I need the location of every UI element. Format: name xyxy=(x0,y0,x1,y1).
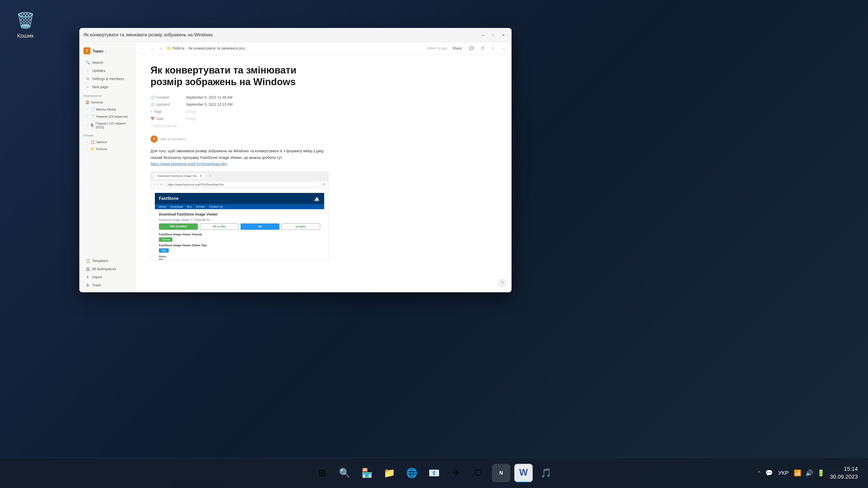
date-display: 30.09.2023 xyxy=(830,473,858,481)
faststone-nav-download[interactable]: Download xyxy=(170,205,183,208)
faststone-nav-home[interactable]: Home xyxy=(159,205,166,208)
language-indicator[interactable]: УКР xyxy=(778,470,788,476)
spotify-taskbar-button[interactable]: 🎵 xyxy=(537,464,555,482)
sidebar-item-zapysy[interactable]: › 📋 Записи xyxy=(81,138,133,145)
files-taskbar-button[interactable]: 📁 xyxy=(380,464,398,482)
comment-avatar: Т xyxy=(151,135,158,142)
battery-icon[interactable]: 🔋 xyxy=(817,469,825,477)
taskbar-time[interactable]: 15:14 30.09.2023 xyxy=(830,465,858,481)
add-property[interactable]: + Add a property xyxy=(151,122,496,129)
sidebar-item-podcast[interactable]: › 🎙️ Подкаст (15 червня 2023) xyxy=(81,120,133,130)
sidebar-item-all-teamspaces[interactable]: 🏢 All teamspaces xyxy=(81,265,133,273)
download-exe-btn[interactable]: EXE (Installer) xyxy=(159,223,198,230)
desktop-icon-label: Кошик xyxy=(17,33,34,39)
sidebar-item-general[interactable]: 🏠 General xyxy=(81,99,133,105)
maximize-button[interactable]: □ xyxy=(489,31,497,39)
nav-add-button[interactable]: + xyxy=(158,45,165,52)
sidebar-item-robota-label: Робота xyxy=(96,147,107,151)
faststone-version: FastStone Image Viewer 7.7 2022-08-24 xyxy=(159,218,320,221)
faststone-nav-contact[interactable]: Contact Us xyxy=(209,205,223,208)
faststone-nav-buy[interactable]: Buy xyxy=(187,205,192,208)
workspace-header[interactable]: Т Тарас ⌄ xyxy=(79,45,135,57)
zapysy-icon: 📋 xyxy=(91,140,95,144)
faststone-nav-donate[interactable]: Donate xyxy=(196,205,205,208)
clock-icon-2: 🕐 xyxy=(151,103,155,106)
download-grid: EXE (Installer) ZIP on Win zip portable xyxy=(159,223,320,230)
clock-icon: 🕐 xyxy=(151,96,155,99)
help-button[interactable]: ? xyxy=(498,279,506,287)
meta-label-tags: ≡ Tags xyxy=(151,109,186,113)
sidebar: Т Тарас ⌄ 🔍 Search ○ Updates ⚙ Settings … xyxy=(79,42,135,292)
word-taskbar-button[interactable]: W xyxy=(514,464,533,482)
sidebar-item-templates[interactable]: 📋 Templates xyxy=(81,257,133,265)
sidebar-item-trash[interactable]: 🗑 Trash xyxy=(81,281,133,289)
outlook-taskbar-button[interactable]: 📧 xyxy=(425,464,443,482)
store-taskbar-button[interactable]: 🏪 xyxy=(358,464,376,482)
download-portable-btn[interactable]: portable xyxy=(281,223,320,230)
start-button[interactable]: ⊞ xyxy=(313,464,331,482)
podcast-icon: 🎙️ xyxy=(90,123,94,127)
close-button[interactable]: ✕ xyxy=(499,31,507,39)
minimize-button[interactable]: — xyxy=(479,31,487,39)
sidebar-item-import-label: Import xyxy=(92,275,102,279)
comment-button[interactable]: 💬 xyxy=(467,45,476,52)
sidebar-item-mezha[interactable]: › 📄 Mezha.Media xyxy=(81,106,133,112)
tips-btn[interactable]: Tips xyxy=(159,248,169,253)
favorite-button[interactable]: ☆ xyxy=(489,45,497,52)
breadcrumb-parent[interactable]: Робота xyxy=(173,46,184,50)
chevron-right-icon-2: › xyxy=(86,115,89,118)
tutorial-btn[interactable]: Tutorial xyxy=(159,237,173,242)
window-title: Як конвертувати та змінювати розмір зобр… xyxy=(83,32,479,38)
volume-icon[interactable]: 🔊 xyxy=(805,469,813,477)
browser-content: FastStone 🏔️ Home Download Buy Donate Co… xyxy=(151,189,328,260)
app-window: Як конвертувати та змінювати розмір зобр… xyxy=(79,28,512,292)
tags-label: Tags xyxy=(154,109,162,113)
sidebar-item-search[interactable]: 🔍 Search xyxy=(81,59,133,66)
notes-section: Notes: exe A single executable file that… xyxy=(159,255,320,260)
time-display: 15:14 xyxy=(830,465,858,473)
sidebar-item-novyny[interactable]: › 📄 Новини (29 вересня) xyxy=(81,113,133,120)
faststone-logo-icon: 🏔️ xyxy=(314,195,320,201)
breadcrumb-separator: / xyxy=(186,46,187,50)
sidebar-item-updates[interactable]: ○ Updates xyxy=(81,67,133,74)
nav-forward-button[interactable]: › xyxy=(149,45,156,52)
download-zip-btn[interactable]: ZIP on Win xyxy=(200,223,239,230)
meta-label-date: 📅 Date xyxy=(151,117,186,121)
sidebar-item-new-page[interactable]: + New page xyxy=(81,83,133,91)
chevron-right-icon-5: › xyxy=(86,147,89,151)
sidebar-item-import[interactable]: ⬆ Import xyxy=(81,273,133,281)
url-bar[interactable]: https://www.faststone.org/FSIVDownload.h… xyxy=(164,182,320,187)
sidebar-item-settings[interactable]: ⚙ Settings & members xyxy=(81,75,133,83)
updated-value[interactable]: September 5, 2022 12:13 PM xyxy=(186,102,232,106)
page-title: Як конвертувати та змінювати розмір зобр… xyxy=(151,65,329,88)
edge-taskbar-button[interactable]: 🌐 xyxy=(402,464,421,482)
body-link[interactable]: https://www.faststone.org/FSIVDownload.h… xyxy=(151,162,227,166)
tags-value[interactable]: Empty xyxy=(186,109,196,113)
created-label: Created xyxy=(156,95,169,99)
notion-taskbar-button[interactable]: N xyxy=(492,464,510,482)
telegram-taskbar-button[interactable]: ✈ xyxy=(447,464,466,482)
sidebar-item-robota[interactable]: › 📁 Робота xyxy=(81,145,133,152)
nav-back-button[interactable]: ‹ xyxy=(139,45,147,52)
faststone-body: Download FastStone Image Viewer FastSton… xyxy=(155,209,324,260)
desktop-icon-trash[interactable]: 🗑️ Кошик xyxy=(10,10,41,39)
chat-icon[interactable]: 💬 xyxy=(765,469,773,477)
wifi-icon[interactable]: 📶 xyxy=(794,469,801,477)
date-value[interactable]: Empty xyxy=(186,117,196,121)
comment-area[interactable]: Т Add a comment... xyxy=(151,135,496,142)
nordvpn-taskbar-button[interactable]: 🛡 xyxy=(470,464,488,482)
download-32bit-btn[interactable]: zip xyxy=(241,223,279,230)
chevron-right-icon: › xyxy=(86,107,89,111)
system-icons: 📶 🔊 🔋 xyxy=(794,469,825,477)
history-button[interactable]: ⏱ xyxy=(478,45,487,52)
trash-sidebar-icon: 🗑 xyxy=(86,283,90,288)
created-value[interactable]: September 5, 2022 11:48 AM xyxy=(186,95,232,99)
novyny-icon: 📄 xyxy=(91,115,95,119)
share-button[interactable]: Share xyxy=(449,45,465,52)
more-button[interactable]: ··· xyxy=(499,45,507,52)
chevron-up-icon[interactable]: ^ xyxy=(758,470,760,476)
browser-tab: Download FastStone Image Vie... ✕ xyxy=(154,173,205,179)
app-body: Т Тарас ⌄ 🔍 Search ○ Updates ⚙ Settings … xyxy=(79,42,512,292)
sidebar-item-zapysy-label: Записи xyxy=(96,140,107,144)
search-taskbar-button[interactable]: 🔍 xyxy=(335,464,354,482)
